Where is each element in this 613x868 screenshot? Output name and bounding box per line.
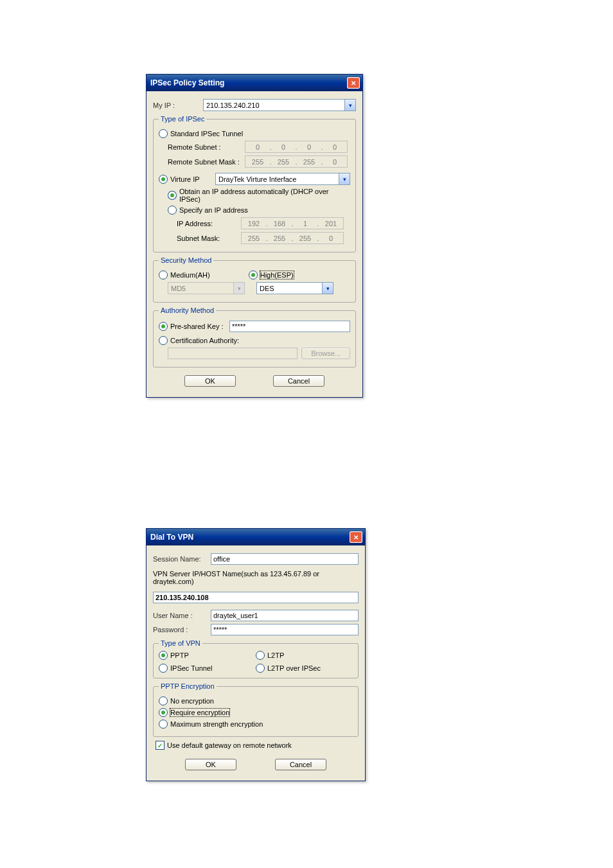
ah-algo-value: MD5 <box>168 283 233 294</box>
require-encryption-radio[interactable]: Require encryption <box>159 708 229 717</box>
obtain-dhcp-radio[interactable]: Obtain an IP address automatically (DHCP… <box>168 188 350 203</box>
no-encryption-radio[interactable]: No encryption <box>159 696 214 705</box>
ipsec-tunnel-radio[interactable]: IPSec Tunnel <box>159 664 256 673</box>
security-method-group: Security Method Medium(AH) High(ESP) MD5… <box>153 256 356 303</box>
ok-button[interactable]: OK <box>185 759 236 770</box>
password-label: Password : <box>153 626 211 633</box>
remote-subnet-ip: 0. 0. 0. 0 <box>245 141 348 153</box>
pptp-radio[interactable]: PPTP <box>159 651 256 660</box>
l2tp-over-ipsec-label: L2TP over IPSec <box>267 664 321 672</box>
my-ip-value: 210.135.240.210 <box>204 100 344 111</box>
dialog-title: Dial To VPN <box>150 533 350 542</box>
virtual-ip-radio[interactable]: Virture IP <box>159 175 215 184</box>
require-encryption-label: Require encryption <box>170 709 229 716</box>
subnet-mask-2-value: 255. 255. 255. 0 <box>241 232 344 244</box>
max-encryption-label: Maximum strength encryption <box>170 720 263 728</box>
user-name-input[interactable] <box>211 610 359 621</box>
remote-subnet-label: Remote Subnet : <box>168 143 245 151</box>
security-method-legend: Security Method <box>159 256 213 264</box>
cert-authority-radio[interactable]: Certification Authority: <box>159 336 239 345</box>
my-ip-label: My IP : <box>153 102 203 109</box>
titlebar: IPSec Policy Setting ✕ <box>147 75 362 91</box>
ipsec-tunnel-label: IPSec Tunnel <box>170 664 212 672</box>
virtual-interface-select[interactable]: DrayTek Virture Interface ▾ <box>215 173 350 185</box>
standard-ipsec-tunnel-radio[interactable]: Standard IPSec Tunnel <box>159 129 243 138</box>
vpn-server-input[interactable] <box>153 592 359 603</box>
titlebar: Dial To VPN ✕ <box>147 529 365 545</box>
esp-algo-value: DES <box>257 283 322 294</box>
chevron-down-icon: ▾ <box>322 283 333 294</box>
dialog-title: IPSec Policy Setting <box>150 78 347 87</box>
type-of-vpn-group: Type of VPN PPTP L2TP IPSec Tunnel L2TP … <box>153 639 359 678</box>
close-icon[interactable]: ✕ <box>347 77 360 89</box>
subnet-mask-2-label: Subnet Mask: <box>177 235 241 242</box>
session-name-input[interactable] <box>211 553 359 565</box>
my-ip-select[interactable]: 210.135.240.210 ▾ <box>203 99 356 111</box>
obtain-dhcp-label: Obtain an IP address automatically (DHCP… <box>179 188 350 203</box>
chevron-down-icon: ▾ <box>339 173 350 184</box>
esp-algo-select[interactable]: DES ▾ <box>256 282 333 294</box>
max-encryption-radio[interactable]: Maximum strength encryption <box>159 720 263 729</box>
dial-to-vpn-dialog: Dial To VPN ✕ Session Name: VPN Server I… <box>146 528 366 781</box>
virtual-ip-label: Virture IP <box>170 175 200 183</box>
session-name-label: Session Name: <box>153 555 211 563</box>
close-icon[interactable]: ✕ <box>350 531 362 543</box>
high-esp-label: High(ESP) <box>260 271 294 279</box>
ipsec-policy-dialog: IPSec Policy Setting ✕ My IP : 210.135.2… <box>146 74 363 398</box>
l2tp-over-ipsec-radio[interactable]: L2TP over IPSec <box>256 664 353 673</box>
authority-method-legend: Authority Method <box>159 306 216 314</box>
default-gateway-label: Use default gateway on remote network <box>167 741 292 749</box>
medium-ah-radio[interactable]: Medium(AH) <box>159 270 210 279</box>
pptp-label: PPTP <box>170 651 189 659</box>
cert-authority-label: Certification Authority: <box>170 337 239 344</box>
user-name-label: User Name : <box>153 612 211 619</box>
pptp-encryption-group: PPTP Encryption No encryption Require en… <box>153 682 359 737</box>
password-input[interactable] <box>211 624 359 635</box>
cancel-button[interactable]: Cancel <box>273 375 324 387</box>
default-gateway-checkbox[interactable]: ✓ Use default gateway on remote network <box>155 741 292 750</box>
server-hint-text: VPN Server IP/HOST Name(such as 123.45.6… <box>153 570 359 585</box>
preshared-key-radio[interactable]: Pre-shared Key : <box>159 322 229 331</box>
preshared-key-label: Pre-shared Key : <box>170 323 224 330</box>
type-of-vpn-legend: Type of VPN <box>159 639 202 647</box>
chevron-down-icon: ▾ <box>344 100 355 111</box>
pptp-encryption-legend: PPTP Encryption <box>159 682 217 690</box>
type-of-ipsec-legend: Type of IPSec <box>159 115 206 123</box>
standard-ipsec-tunnel-label: Standard IPSec Tunnel <box>170 130 243 137</box>
cancel-button[interactable]: Cancel <box>275 759 326 770</box>
no-encryption-label: No encryption <box>170 697 214 705</box>
browse-button: Browse... <box>301 348 350 359</box>
virtual-interface-value: DrayTek Virture Interface <box>216 173 339 184</box>
preshared-key-input[interactable] <box>229 321 350 332</box>
cert-path-input <box>168 348 298 359</box>
specify-ip-radio[interactable]: Specify an IP address <box>168 206 248 215</box>
ok-button[interactable]: OK <box>184 375 236 387</box>
high-esp-radio[interactable]: High(ESP) <box>249 270 294 279</box>
type-of-ipsec-group: Type of IPSec Standard IPSec Tunnel Remo… <box>153 115 356 252</box>
l2tp-label: L2TP <box>267 651 284 659</box>
specify-ip-label: Specify an IP address <box>179 206 248 214</box>
medium-ah-label: Medium(AH) <box>170 271 210 279</box>
remote-subnet-mask-ip: 255. 255. 255. 0 <box>245 155 348 168</box>
ip-address-label: IP Address: <box>177 220 241 227</box>
l2tp-radio[interactable]: L2TP <box>256 651 353 660</box>
chevron-down-icon: ▾ <box>233 283 244 294</box>
check-icon: ✓ <box>155 741 164 750</box>
ah-algo-select: MD5 ▾ <box>168 282 245 294</box>
remote-subnet-mask-label: Remote Subnet Mask : <box>168 158 245 166</box>
authority-method-group: Authority Method Pre-shared Key : Certif… <box>153 306 356 368</box>
ip-address-value: 192. 168. 1. 201 <box>241 217 344 229</box>
